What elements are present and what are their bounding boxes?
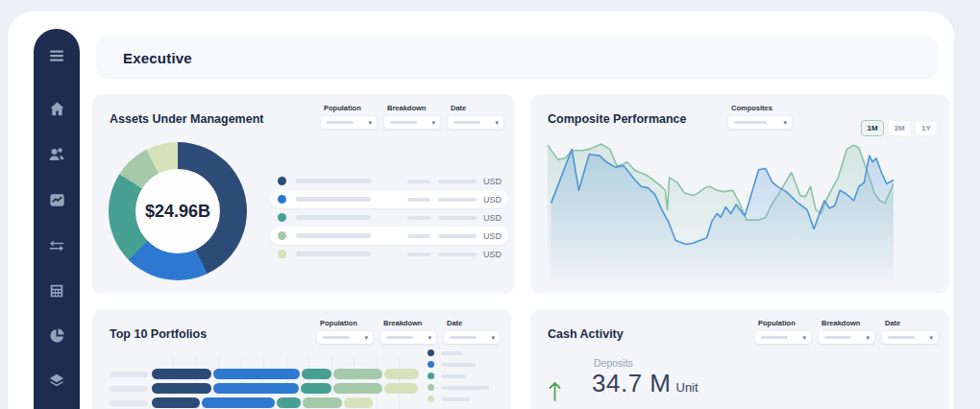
aum-donut-chart[interactable]: $24.96B	[109, 142, 247, 280]
range-button-3m[interactable]: 3M	[888, 120, 911, 136]
aum-card-title: Assets Under Management	[110, 112, 263, 126]
legend-dot	[428, 361, 434, 368]
composite-filters: Composites ▾	[728, 104, 792, 129]
chevron-down-icon: ▾	[368, 119, 372, 126]
users-icon[interactable]	[46, 145, 67, 164]
composite-card: Composite Performance Composites ▾ 1M3M1…	[530, 94, 949, 294]
currency-label: USD	[483, 177, 502, 186]
portfolio-legend-item[interactable]	[428, 361, 489, 368]
date-select[interactable]: ▾	[448, 116, 503, 129]
population-filter: Population ▾	[317, 319, 373, 344]
legend-dot	[278, 250, 286, 258]
composite-card-title: Composite Performance	[548, 112, 686, 126]
legend-dot	[278, 177, 286, 185]
segment-blue	[202, 397, 275, 408]
portfolio-legend	[428, 349, 489, 407]
placeholder-dash	[386, 336, 413, 339]
value-placeholder	[438, 198, 477, 202]
menu-icon[interactable]	[46, 46, 67, 65]
population-label: Population	[320, 319, 373, 327]
range-button-1m[interactable]: 1M	[861, 120, 884, 136]
portfolio-legend-item[interactable]	[428, 396, 489, 402]
population-filter: Population ▾	[321, 104, 377, 129]
legend-name-placeholder	[296, 233, 371, 238]
performance-chart-icon[interactable]	[46, 191, 67, 209]
deposits-unit: Unit	[676, 380, 698, 395]
currency-label: USD	[483, 250, 502, 259]
date-label: Date	[885, 319, 938, 327]
date-select[interactable]: ▾	[882, 331, 938, 344]
date-select[interactable]: ▾	[444, 331, 500, 344]
portfolio-bar-row[interactable]	[110, 369, 421, 379]
legend-dot	[278, 213, 286, 222]
breakdown-select[interactable]: ▾	[384, 116, 440, 129]
portfolio-bar-row[interactable]	[110, 397, 421, 408]
legend-name-placeholder	[441, 397, 470, 401]
portfolio-legend-item[interactable]	[428, 373, 489, 379]
legend-name-placeholder	[296, 215, 371, 220]
transfers-icon[interactable]	[46, 236, 67, 255]
breakdown-filter: Breakdown ▾	[384, 104, 440, 129]
allocation-pie-icon[interactable]	[46, 326, 67, 345]
value-placeholder	[407, 198, 430, 202]
breakdown-label: Breakdown	[383, 319, 436, 327]
composite-line-chart[interactable]	[546, 138, 895, 282]
placeholder-dash	[390, 121, 417, 124]
calculator-icon[interactable]	[46, 282, 67, 300]
breakdown-select[interactable]: ▾	[380, 331, 436, 344]
value-placeholder	[438, 234, 477, 238]
aum-legend-row[interactable]: USD	[270, 227, 508, 245]
chevron-down-icon: ▾	[431, 119, 435, 126]
segment-pale	[384, 369, 419, 379]
legend-dot	[428, 349, 434, 356]
placeholder-dash	[734, 121, 767, 124]
aum-legend-row[interactable]: USD	[270, 172, 508, 190]
deposits-value-row: 34.7 M Unit	[592, 369, 698, 398]
portfolio-legend-item[interactable]	[428, 384, 489, 391]
currency-label: USD	[483, 231, 502, 241]
range-buttons: 1M3M1Y	[861, 120, 938, 136]
chevron-down-icon: ▾	[495, 119, 499, 126]
population-select[interactable]: ▾	[317, 331, 373, 344]
chevron-down-icon: ▾	[802, 334, 806, 341]
sidebar	[34, 29, 80, 409]
chevron-down-icon: ▾	[929, 334, 933, 341]
portfolio-name-placeholder	[110, 386, 148, 392]
aum-legend-row[interactable]: USD	[270, 245, 508, 263]
layers-icon[interactable]	[46, 372, 67, 391]
legend-name-placeholder	[441, 363, 476, 367]
aum-legend-row[interactable]: USD	[270, 190, 508, 208]
placeholder-dash	[761, 336, 788, 339]
population-select[interactable]: ▾	[755, 331, 811, 344]
legend-name-placeholder	[296, 179, 371, 183]
aum-legend-row[interactable]: USD	[270, 208, 508, 227]
segment-teal	[277, 397, 301, 408]
date-filter: Date ▾	[882, 319, 938, 344]
segment-pale	[344, 397, 373, 408]
segment-blue	[213, 383, 299, 394]
population-select[interactable]: ▾	[321, 116, 377, 129]
population-label: Population	[324, 104, 377, 112]
legend-name-placeholder	[296, 252, 371, 256]
aum-legend: USDUSDUSDUSDUSD	[270, 172, 508, 263]
portfolio-bar-row[interactable]	[110, 383, 421, 394]
home-icon[interactable]	[46, 100, 67, 118]
currency-label: USD	[483, 195, 502, 204]
breakdown-label: Breakdown	[387, 104, 440, 112]
deposits-up-arrow-icon	[548, 380, 562, 406]
portfolios-card-title: Top 10 Portfolios	[110, 327, 207, 341]
deposits-label: Deposits	[594, 357, 633, 369]
composites-filter: Composites ▾	[728, 104, 792, 129]
breakdown-select[interactable]: ▾	[819, 331, 874, 344]
portfolio-legend-item[interactable]	[428, 349, 489, 356]
value-placeholder	[407, 216, 430, 220]
segment-navy	[152, 383, 211, 394]
value-placeholder	[407, 253, 430, 256]
range-button-1y[interactable]: 1Y	[915, 120, 938, 136]
composites-select[interactable]: ▾	[728, 116, 792, 129]
portfolio-name-placeholder	[110, 400, 148, 406]
chevron-down-icon: ▾	[364, 334, 368, 341]
segment-sage	[303, 397, 342, 408]
placeholder-dash	[327, 121, 354, 124]
segment-navy	[152, 397, 200, 408]
